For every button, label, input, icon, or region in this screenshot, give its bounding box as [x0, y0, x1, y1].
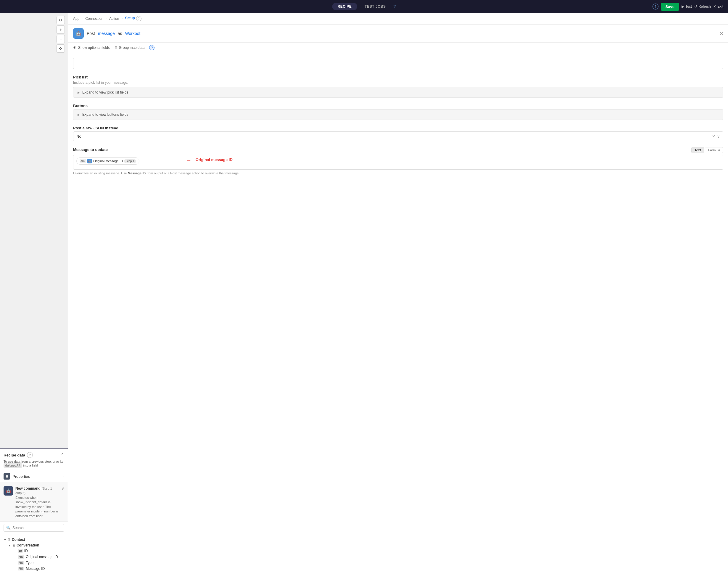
breadcrumb-arrow-1: → — [81, 16, 84, 21]
context-label: Context — [12, 538, 25, 542]
field-hint: Overwrites an existing message. Use Mess… — [73, 171, 723, 175]
datapill-step-label: Step 1 — [124, 159, 136, 163]
pill-original-label: Original message ID — [26, 555, 58, 559]
pill-message-label: Message ID — [26, 567, 45, 571]
pill-id: ID ID — [8, 548, 64, 554]
canvas-area: ↺ + − ✛ — [0, 13, 68, 449]
close-button[interactable]: ✕ — [719, 31, 723, 36]
context-grid-icon: ⊞ — [8, 538, 11, 542]
options-help-icon[interactable]: ? — [149, 45, 155, 50]
breadcrumb: App → Connection → Action → Setup ? — [68, 13, 728, 25]
breadcrumb-setup[interactable]: Setup — [125, 16, 135, 21]
tab-recipe[interactable]: RECIPE — [332, 3, 357, 10]
recipe-data-help-icon[interactable]: ? — [27, 452, 33, 458]
test-icon: ▶ — [682, 4, 684, 9]
left-panel: ↺ + − ✛ Recipe data ? ⌃ To use data from… — [0, 13, 68, 574]
message-update-header: Message to update Text Formula — [73, 147, 723, 153]
action-message-link[interactable]: message — [98, 31, 115, 36]
post-raw-json-section: Post a raw JSON instead No ✕ ∨ — [73, 126, 723, 141]
select-icons: ✕ ∨ — [712, 134, 720, 138]
properties-item[interactable]: ☰ Properties › — [0, 470, 68, 483]
canvas-undo-button[interactable]: ↺ — [56, 16, 65, 24]
tab-testjobs[interactable]: TEST JOBS — [359, 3, 391, 10]
top-input-area[interactable] — [73, 58, 723, 69]
recipe-data-title: Recipe data ? — [4, 452, 33, 458]
buttons-arrow-icon: ▶ — [78, 113, 80, 116]
datapill-bot-icon: 🤖 — [87, 159, 92, 163]
conversation-label: Conversation — [16, 543, 39, 547]
command-icon: 🤖 — [4, 486, 13, 496]
datapill-tag: ABC 🤖 Original message ID Step 1 — [76, 158, 139, 165]
exit-button[interactable]: ✕ Exit — [713, 4, 723, 9]
action-title-mid: as — [118, 31, 122, 36]
red-original-message-id-label: Original message ID — [196, 158, 232, 162]
tab-help-icon[interactable]: ? — [394, 4, 396, 9]
options-bar: 👁 Show optional fields ⊞ Group map data … — [68, 43, 728, 53]
post-raw-json-select[interactable]: No ✕ ∨ — [73, 131, 723, 141]
pick-list-section: Pick list Include a pick list in your me… — [73, 75, 723, 98]
test-button[interactable]: ▶ Test — [682, 4, 692, 9]
save-button[interactable]: Save — [661, 3, 679, 11]
grid-icon: ⊞ — [115, 46, 118, 50]
recipe-data-desc: To use data from a previous step, drag i… — [0, 460, 68, 470]
pill-type-type: ABC — [18, 561, 24, 565]
text-toggle-button[interactable]: Text — [691, 147, 704, 153]
context-expand-icon[interactable]: ▼ — [4, 538, 6, 541]
action-header: 🤖 Post message as Workbot ✕ — [68, 25, 728, 43]
breadcrumb-app[interactable]: App — [73, 16, 79, 21]
refresh-icon: ↺ — [694, 4, 697, 9]
conversation-grid-icon: ⊞ — [12, 543, 15, 547]
command-title-row: New command (Step 1 output) — [15, 486, 59, 495]
show-optional-fields-link[interactable]: 👁 Show optional fields — [73, 46, 110, 50]
red-arrow: ————————→ — [143, 158, 191, 164]
properties-label: Properties — [12, 474, 61, 479]
action-workbot-link[interactable]: Workbot — [125, 31, 140, 36]
canvas-fit-button[interactable]: ✛ — [56, 44, 65, 53]
refresh-button[interactable]: ↺ Refresh — [694, 4, 711, 9]
pill-type-label: Type — [26, 561, 34, 565]
context-tree: ▼ ⊞ Context ▼ ⊞ Conversation ID ID — [0, 534, 68, 574]
form-content: Pick list Include a pick list in your me… — [68, 53, 728, 186]
chevron-down-icon[interactable]: ∨ — [717, 134, 720, 138]
datapill-badge: datapill — [4, 463, 22, 468]
command-desc: Executes when show_incident_details is i… — [15, 496, 59, 518]
conversation-item: ▼ ⊞ Conversation — [8, 543, 64, 548]
chevron-right-icon: › — [63, 474, 64, 478]
search-box: 🔍 — [0, 522, 68, 534]
message-to-update-label: Message to update — [73, 148, 108, 152]
new-command-card[interactable]: 🤖 New command (Step 1 output) Executes w… — [0, 483, 68, 522]
pill-abc-type: ABC — [18, 555, 24, 559]
group-map-data-link[interactable]: ⊞ Group map data — [115, 46, 145, 50]
recipe-data-label: Recipe data — [4, 453, 25, 457]
pick-list-desc: Include a pick list in your message. — [73, 81, 723, 85]
topbar-tabs: RECIPE TEST JOBS ? — [332, 3, 396, 10]
search-icon: 🔍 — [6, 526, 11, 530]
main-layout: ↺ + − ✛ Recipe data ? ⌃ To use data from… — [0, 13, 728, 574]
context-item: ▼ ⊞ Context — [4, 537, 64, 543]
canvas-zoom-out-button[interactable]: − — [56, 35, 65, 43]
canvas-zoom-in-button[interactable]: + — [56, 26, 65, 34]
breadcrumb-help-icon[interactable]: ? — [136, 16, 141, 21]
buttons-section: Buttons ▶ Expand to view buttons fields — [73, 104, 723, 120]
conversation-expand-icon[interactable]: ▼ — [8, 544, 11, 547]
close-icon: ✕ — [713, 4, 716, 9]
collapse-button[interactable]: ⌃ — [60, 452, 64, 458]
pick-list-label: Pick list — [73, 75, 723, 79]
buttons-expand[interactable]: ▶ Expand to view buttons fields — [73, 109, 723, 120]
action-title-pre: Post — [87, 31, 95, 36]
recipe-data-panel: Recipe data ? ⌃ To use data from a previ… — [0, 449, 68, 574]
search-input-wrap: 🔍 — [4, 524, 64, 532]
formula-toggle-button[interactable]: Formula — [705, 147, 723, 153]
pick-list-expand[interactable]: ▶ Expand to view pick list fields — [73, 87, 723, 98]
breadcrumb-action[interactable]: Action — [109, 16, 119, 21]
help-button[interactable]: ? — [652, 4, 658, 9]
canvas-controls: ↺ + − ✛ — [56, 16, 65, 53]
expand-command-button[interactable]: ∨ — [61, 486, 64, 491]
text-formula-toggle: Text Formula — [691, 147, 723, 153]
message-to-update-section: Message to update Text Formula ABC 🤖 Ori… — [73, 147, 723, 175]
breadcrumb-connection[interactable]: Connection — [85, 16, 103, 21]
clear-icon[interactable]: ✕ — [712, 134, 715, 138]
message-input-area[interactable]: ABC 🤖 Original message ID Step 1 ———————… — [73, 155, 723, 170]
pill-id-type: ID — [18, 549, 23, 553]
search-input[interactable] — [12, 526, 61, 530]
